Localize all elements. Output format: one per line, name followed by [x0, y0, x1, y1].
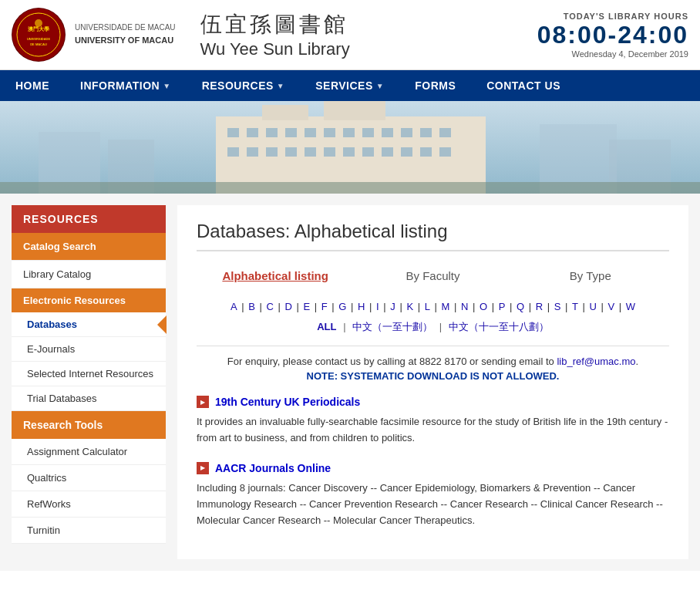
svg-rect-13	[324, 101, 385, 120]
page-title: Databases: Alphabetical listing	[197, 221, 669, 251]
svg-point-5	[35, 19, 42, 27]
alpha-o[interactable]: O	[480, 301, 487, 312]
alpha-q[interactable]: Q	[517, 301, 524, 312]
alpha-k[interactable]: K	[406, 301, 413, 312]
sidebar-item-databases[interactable]: Databases	[12, 312, 166, 337]
svg-rect-35	[401, 147, 412, 157]
db-title-aacr[interactable]: AACR Journals Online	[215, 462, 331, 474]
svg-rect-28	[266, 147, 278, 157]
alpha-u[interactable]: U	[590, 301, 597, 312]
db-arrow-icon-aacr	[197, 462, 209, 474]
alpha-links: A | B | C | D | E | F | G | H | I | J | …	[197, 298, 669, 315]
svg-rect-14	[227, 128, 239, 137]
alpha-f[interactable]: F	[321, 301, 328, 312]
svg-rect-38	[0, 182, 700, 194]
alpha-a[interactable]: A	[231, 301, 237, 312]
enquiry-text: For enquiry, please contact us by callin…	[197, 356, 669, 367]
university-name: UNIVERSIDADE DE MACAU UNIVERSITY OF MACA…	[75, 22, 176, 48]
svg-rect-36	[420, 147, 432, 157]
sidebar-electronic-resources[interactable]: Electronic Resources	[12, 288, 166, 312]
db-entry-aacr: AACR Journals Online Including 8 journal…	[197, 462, 669, 528]
svg-rect-29	[285, 147, 297, 157]
svg-rect-31	[324, 147, 335, 157]
sidebar-item-selected-internet[interactable]: Selected Internet Resources	[12, 362, 166, 386]
alpha-l[interactable]: L	[425, 301, 430, 312]
divider	[197, 346, 669, 346]
sidebar-research-tools[interactable]: Research Tools	[12, 411, 166, 439]
nav-home[interactable]: HOME	[0, 70, 65, 101]
alpha-r[interactable]: R	[536, 301, 543, 312]
svg-text:UNIVERSIDADE: UNIVERSIDADE	[27, 37, 51, 41]
alpha-b[interactable]: B	[248, 301, 255, 312]
svg-text:DE MACAU: DE MACAU	[30, 42, 47, 46]
university-logo: 澳門大學 UNIVERSIDADE DE MACAU	[12, 8, 66, 62]
svg-rect-22	[382, 128, 393, 137]
nav-resources[interactable]: RESOURCES ▼	[187, 70, 301, 101]
sidebar-arrow-indicator	[157, 315, 167, 334]
alpha-i[interactable]: I	[376, 301, 379, 312]
alpha-h[interactable]: H	[358, 301, 365, 312]
svg-rect-27	[247, 147, 258, 157]
alpha-w[interactable]: W	[626, 301, 635, 312]
alpha-m[interactable]: M	[442, 301, 450, 312]
nav-contact-us[interactable]: CONTACT US	[471, 70, 576, 101]
sidebar-item-catalog-search[interactable]: Catalog Search	[12, 233, 166, 261]
sidebar-section-title: RESOURCES	[12, 205, 166, 233]
svg-rect-30	[305, 147, 316, 157]
alpha-n[interactable]: N	[461, 301, 468, 312]
svg-rect-37	[439, 147, 451, 157]
nav-services[interactable]: SERVICES ▼	[300, 70, 399, 101]
main-content: Databases: Alphabetical listing Alphabet…	[177, 205, 688, 559]
alpha-zh-11-18[interactable]: 中文（十一至十八劃）	[449, 321, 549, 332]
alpha-p[interactable]: P	[499, 301, 506, 312]
nav-information[interactable]: INFORMATION ▼	[65, 70, 187, 101]
sidebar: RESOURCES Catalog Search Library Catalog…	[12, 205, 166, 559]
svg-rect-17	[285, 128, 297, 137]
site-header: 澳門大學 UNIVERSIDADE DE MACAU UNIVERSIDADE …	[0, 0, 700, 70]
svg-rect-21	[362, 128, 374, 137]
sidebar-item-assignment-calculator[interactable]: Assignment Calculator	[12, 439, 166, 465]
svg-rect-18	[305, 128, 316, 137]
alpha-j[interactable]: J	[390, 301, 395, 312]
alpha-e[interactable]: E	[303, 301, 310, 312]
tab-alphabetical[interactable]: Alphabetical listing	[197, 263, 354, 288]
sidebar-item-library-catalog[interactable]: Library Catalog	[12, 261, 166, 288]
library-hours: TODAY'S LIBRARY HOURS 08:00-24:00 Wednes…	[537, 12, 688, 59]
logo-area: 澳門大學 UNIVERSIDADE DE MACAU UNIVERSIDADE …	[12, 8, 350, 62]
tab-by-faculty[interactable]: By Faculty	[354, 263, 511, 288]
svg-rect-19	[324, 128, 335, 137]
alpha-v[interactable]: V	[608, 301, 615, 312]
main-container: RESOURCES Catalog Search Library Catalog…	[0, 194, 700, 571]
alpha-g[interactable]: G	[338, 301, 346, 312]
library-name: 伍宜孫圖書館 Wu Yee Sun Library	[200, 10, 350, 59]
note-text: NOTE: SYSTEMATIC DOWNLOAD IS NOT ALLOWED…	[197, 370, 669, 382]
db-title-19th-century[interactable]: 19th Century UK Periodicals	[215, 396, 360, 408]
sidebar-item-refworks[interactable]: RefWorks	[12, 491, 166, 518]
sidebar-item-trial-databases[interactable]: Trial Databases	[12, 386, 166, 411]
alpha-all[interactable]: ALL	[317, 321, 336, 332]
svg-rect-25	[439, 128, 451, 137]
nav-services-arrow: ▼	[376, 82, 384, 90]
svg-rect-33	[362, 147, 374, 157]
alpha-t[interactable]: T	[572, 301, 578, 312]
alpha-d[interactable]: D	[284, 301, 291, 312]
alpha-c[interactable]: C	[266, 301, 273, 312]
nav-forms[interactable]: FORMS	[399, 70, 471, 101]
alpha-zh-1-10[interactable]: 中文（一至十劃）	[352, 321, 432, 332]
tab-by-type[interactable]: By Type	[512, 263, 669, 288]
sidebar-item-turnitin[interactable]: Turnitin	[12, 518, 166, 544]
svg-rect-24	[420, 128, 432, 137]
svg-rect-26	[227, 147, 239, 157]
svg-rect-12	[262, 105, 308, 120]
banner-image	[0, 101, 700, 194]
alpha-s[interactable]: S	[554, 301, 561, 312]
sidebar-item-ejournals[interactable]: E-Journals	[12, 337, 166, 362]
db-arrow-icon	[197, 396, 209, 408]
svg-rect-34	[382, 147, 393, 157]
svg-point-0	[12, 8, 65, 61]
db-entry-19th-century: 19th Century UK Periodicals It provides …	[197, 396, 669, 447]
svg-rect-23	[401, 128, 412, 137]
svg-rect-20	[343, 128, 355, 137]
email-link[interactable]: lib_ref@umac.mo	[557, 356, 635, 367]
sidebar-item-qualtrics[interactable]: Qualtrics	[12, 465, 166, 491]
